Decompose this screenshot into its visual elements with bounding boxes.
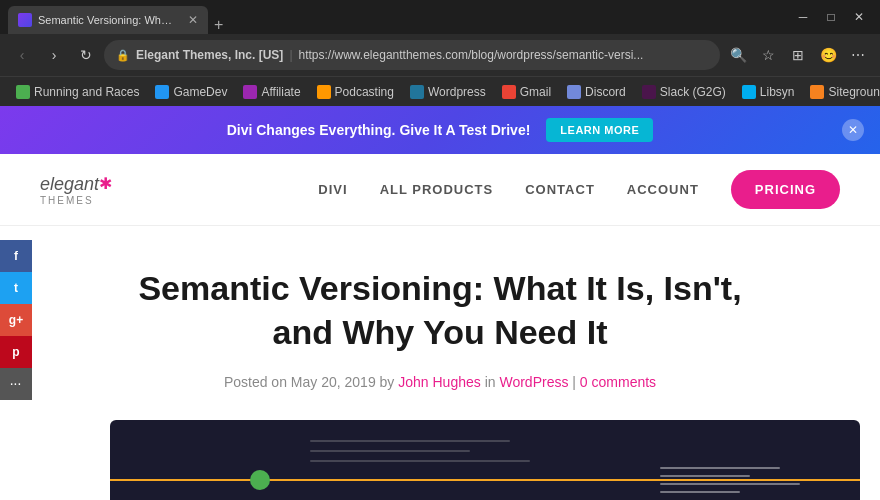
bookmark-label: Gmail (520, 85, 551, 99)
nav-bar: ‹ › ↻ 🔒 Elegant Themes, Inc. [US] | http… (0, 34, 880, 76)
bookmark-favicon (243, 85, 257, 99)
meta-separator: | (572, 374, 580, 390)
pinterest-share-button[interactable]: p (0, 336, 32, 368)
new-tab-button[interactable]: + (214, 16, 223, 34)
meta-author-link[interactable]: John Hughes (398, 374, 481, 390)
bookmark-favicon (155, 85, 169, 99)
banner-cta-button[interactable]: LEARN MORE (546, 118, 653, 142)
article-main-content: Semantic Versioning: What It Is, Isn't, … (90, 226, 790, 500)
more-share-button[interactable]: ··· (0, 368, 32, 400)
maximize-button[interactable]: □ (818, 4, 844, 30)
emoji-icon[interactable]: 😊 (814, 41, 842, 69)
bookmark-label: Affiliate (261, 85, 300, 99)
social-sidebar: f t g+ p ··· (0, 240, 32, 400)
close-button[interactable]: ✕ (846, 4, 872, 30)
bookmark-label: GameDev (173, 85, 227, 99)
banner-text: Divi Changes Everything. Give It A Test … (227, 122, 531, 138)
article-meta: Posted on May 20, 2019 by John Hughes in… (110, 374, 770, 390)
bookmark-label: Wordpress (428, 85, 486, 99)
lock-icon: 🔒 (116, 49, 130, 62)
promo-banner: Divi Changes Everything. Give It A Test … (0, 106, 880, 154)
bookmark-gamedev[interactable]: GameDev (147, 81, 235, 103)
bookmark-podcasting[interactable]: Podcasting (309, 81, 402, 103)
banner-close-button[interactable]: ✕ (842, 119, 864, 141)
refresh-button[interactable]: ↻ (72, 41, 100, 69)
meta-category-link[interactable]: WordPress (499, 374, 568, 390)
favorites-icon[interactable]: ☆ (754, 41, 782, 69)
bookmarks-bar: Running and Races GameDev Affiliate Podc… (0, 76, 880, 106)
nav-icons: 🔍 ☆ ⊞ 😊 ⋯ (724, 41, 872, 69)
url-text: https://www.elegantthemes.com/blog/wordp… (299, 48, 709, 62)
tab-favicon (18, 13, 32, 27)
nav-contact[interactable]: CONTACT (525, 182, 595, 197)
extensions-icon[interactable]: ⊞ (784, 41, 812, 69)
google-plus-share-button[interactable]: g+ (0, 304, 32, 336)
bookmark-running-and-races[interactable]: Running and Races (8, 81, 147, 103)
facebook-share-button[interactable]: f (0, 240, 32, 272)
logo-themes: themes (40, 195, 112, 206)
site-logo[interactable]: elegant ✱ themes (40, 174, 112, 206)
bookmark-label: Podcasting (335, 85, 394, 99)
bookmark-favicon (317, 85, 331, 99)
pricing-button[interactable]: PRICING (731, 170, 840, 209)
forward-button[interactable]: › (40, 41, 68, 69)
active-tab[interactable]: Semantic Versioning: What It Is, ✕ (8, 6, 208, 34)
meta-date-value: May 20, 2019 (291, 374, 376, 390)
address-bar[interactable]: 🔒 Elegant Themes, Inc. [US] | https://ww… (104, 40, 720, 70)
page-content: Divi Changes Everything. Give It A Test … (0, 106, 880, 500)
nav-divi[interactable]: DIVI (318, 182, 347, 197)
site-navigation: DIVI ALL PRODUCTS CONTACT ACCOUNT (318, 182, 699, 197)
meta-posted-on: Posted on (224, 374, 287, 390)
url-separator: | (289, 48, 292, 62)
window-controls: ─ □ ✕ (790, 4, 872, 30)
article-title: Semantic Versioning: What It Is, Isn't, … (110, 266, 770, 354)
tab-area: Semantic Versioning: What It Is, ✕ + (8, 0, 790, 34)
meta-by: by (380, 374, 399, 390)
bookmark-discord[interactable]: Discord (559, 81, 634, 103)
bookmark-label: Running and Races (34, 85, 139, 99)
bookmark-favicon (742, 85, 756, 99)
bookmark-favicon (16, 85, 30, 99)
nav-account[interactable]: ACCOUNT (627, 182, 699, 197)
article-featured-image (110, 420, 860, 500)
logo-elegant: elegant (40, 174, 99, 195)
bookmark-favicon (410, 85, 424, 99)
site-header: elegant ✱ themes DIVI ALL PRODUCTS CONTA… (0, 154, 880, 226)
bookmark-wordpress[interactable]: Wordpress (402, 81, 494, 103)
bookmark-libsyn[interactable]: Libsyn (734, 81, 803, 103)
browser-window: Semantic Versioning: What It Is, ✕ + ─ □… (0, 0, 880, 500)
image-circle-marker (250, 470, 270, 490)
bookmark-label: Siteground (828, 85, 880, 99)
bookmark-gmail[interactable]: Gmail (494, 81, 559, 103)
bookmark-favicon (567, 85, 581, 99)
twitter-share-button[interactable]: t (0, 272, 32, 304)
tab-close-button[interactable]: ✕ (188, 13, 198, 27)
bookmark-siteground[interactable]: Siteground (802, 81, 880, 103)
bookmark-favicon (810, 85, 824, 99)
back-button[interactable]: ‹ (8, 41, 36, 69)
minimize-button[interactable]: ─ (790, 4, 816, 30)
meta-comments-link[interactable]: 0 comments (580, 374, 656, 390)
meta-in: in (485, 374, 500, 390)
bookmark-favicon (642, 85, 656, 99)
tab-title: Semantic Versioning: What It Is, (38, 14, 178, 26)
bookmark-label: Slack (G2G) (660, 85, 726, 99)
bookmark-favicon (502, 85, 516, 99)
more-menu-button[interactable]: ⋯ (844, 41, 872, 69)
title-bar: Semantic Versioning: What It Is, ✕ + ─ □… (0, 0, 880, 34)
logo-star-icon: ✱ (99, 174, 112, 193)
bookmark-slack[interactable]: Slack (G2G) (634, 81, 734, 103)
nav-all-products[interactable]: ALL PRODUCTS (380, 182, 494, 197)
logo-text-area: elegant ✱ themes (40, 174, 112, 206)
bookmark-affiliate[interactable]: Affiliate (235, 81, 308, 103)
site-name: Elegant Themes, Inc. [US] (136, 48, 283, 62)
search-icon[interactable]: 🔍 (724, 41, 752, 69)
bookmark-label: Discord (585, 85, 626, 99)
bookmark-label: Libsyn (760, 85, 795, 99)
